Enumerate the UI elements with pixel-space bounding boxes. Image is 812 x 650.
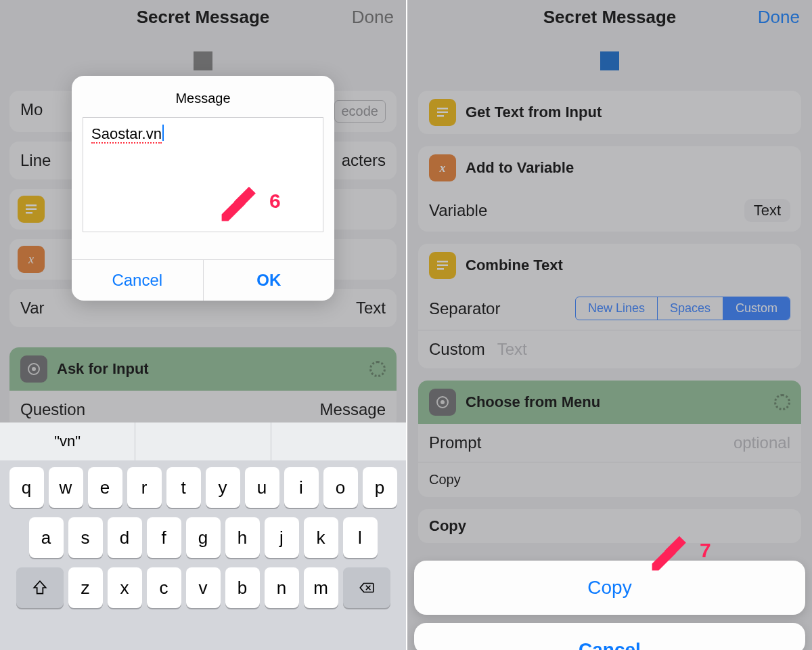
sheet-copy-button[interactable]: Copy — [414, 561, 805, 615]
variable-row[interactable]: Variable Text — [418, 190, 801, 232]
key-f[interactable]: f — [147, 517, 181, 558]
done-button[interactable]: Done — [758, 7, 800, 28]
key-j[interactable]: j — [265, 517, 299, 558]
text-caret — [162, 125, 164, 141]
right-screenshot: Secret Message Done Get Text from Input … — [406, 0, 812, 650]
suggestion-3[interactable] — [271, 422, 406, 460]
gear-icon — [429, 389, 456, 416]
seg-spaces[interactable]: Spaces — [658, 297, 723, 320]
left-screenshot: Secret Message Done Mo ecode Line acters… — [0, 0, 406, 650]
suggestion-bar[interactable]: "vn" — [0, 422, 406, 460]
get-text-card: Get Text from Input — [418, 91, 801, 134]
gear-icon — [20, 355, 47, 383]
svg-rect-12 — [437, 261, 448, 263]
add-variable-header[interactable]: x Add to Variable — [418, 146, 801, 190]
key-m[interactable]: m — [304, 567, 338, 608]
svg-rect-9 — [437, 112, 448, 114]
get-text-header[interactable]: Get Text from Input — [418, 91, 801, 134]
key-i[interactable]: i — [284, 467, 319, 508]
key-row-2: a s d f g h j k l — [4, 517, 402, 558]
svg-text:x: x — [28, 253, 34, 266]
copy-header[interactable]: Copy — [418, 509, 801, 543]
ok-button[interactable]: OK — [204, 260, 335, 301]
add-variable-card: x Add to Variable Variable Text — [418, 146, 801, 232]
key-b[interactable]: b — [225, 567, 260, 608]
key-s[interactable]: s — [68, 517, 103, 558]
page-title: Secret Message — [137, 7, 270, 28]
svg-rect-8 — [437, 108, 448, 110]
shift-key[interactable] — [16, 567, 64, 608]
key-n[interactable]: n — [265, 567, 299, 608]
svg-point-5 — [32, 367, 36, 371]
text-lines-icon — [429, 99, 456, 126]
key-q[interactable]: q — [9, 467, 44, 508]
key-h[interactable]: h — [225, 517, 260, 558]
key-u[interactable]: u — [245, 467, 279, 508]
key-k[interactable]: k — [304, 517, 338, 558]
navbar: Secret Message Done — [0, 0, 406, 34]
combine-text-card: Combine Text Separator New Lines Spaces … — [418, 244, 801, 368]
loading-icon — [774, 394, 790, 410]
keyboard[interactable]: "vn" q w e r t y u i o p a s d f g — [0, 422, 406, 650]
navbar: Secret Message Done — [407, 0, 812, 34]
seg-newlines[interactable]: New Lines — [576, 297, 658, 320]
message-modal: Message Saostar.vn Cancel OK — [72, 76, 334, 301]
variable-x-icon: x — [429, 154, 456, 181]
key-t[interactable]: t — [166, 467, 201, 508]
sheet-cancel-button[interactable]: Cancel — [414, 623, 805, 650]
suggestion-1[interactable]: "vn" — [0, 422, 135, 460]
custom-placeholder: Text — [497, 340, 527, 359]
ask-input-card: Ask for Input Question Message — [9, 347, 397, 429]
loading-icon — [369, 361, 386, 377]
separator-row: Separator New Lines Spaces Custom — [418, 287, 801, 330]
key-p[interactable]: p — [363, 467, 397, 508]
annotation-7: 7 — [648, 527, 711, 574]
svg-rect-2 — [26, 212, 32, 214]
key-d[interactable]: d — [108, 517, 142, 558]
ask-input-header: Ask for Input — [9, 347, 397, 391]
cancel-button[interactable]: Cancel — [72, 260, 204, 301]
choose-menu-header[interactable]: Choose from Menu — [418, 381, 801, 424]
key-l[interactable]: l — [343, 517, 378, 558]
svg-rect-0 — [26, 204, 37, 207]
svg-point-16 — [441, 400, 445, 404]
seg-custom[interactable]: Custom — [723, 297, 790, 320]
variable-pill[interactable]: Text — [744, 199, 790, 222]
backspace-key[interactable] — [343, 567, 390, 608]
text-lines-icon — [18, 196, 45, 223]
app-indicator-icon — [600, 51, 619, 70]
combine-text-header[interactable]: Combine Text — [418, 244, 801, 287]
prompt-row[interactable]: Prompt optional — [418, 424, 801, 462]
key-c[interactable]: c — [147, 567, 181, 608]
svg-rect-14 — [437, 268, 444, 270]
svg-text:x: x — [439, 161, 446, 175]
suggestion-2[interactable] — [135, 422, 271, 460]
separator-segmented[interactable]: New Lines Spaces Custom — [575, 297, 790, 320]
key-row-1: q w e r t y u i o p — [4, 467, 402, 508]
choose-menu-card: Choose from Menu Prompt optional Copy — [418, 381, 801, 497]
key-o[interactable]: o — [323, 467, 358, 508]
key-y[interactable]: y — [206, 467, 240, 508]
page-title: Secret Message — [543, 7, 677, 28]
key-e[interactable]: e — [88, 467, 122, 508]
text-lines-icon — [429, 252, 456, 279]
key-v[interactable]: v — [186, 567, 221, 608]
key-r[interactable]: r — [127, 467, 162, 508]
app-indicator-icon — [194, 51, 212, 70]
key-x[interactable]: x — [108, 567, 142, 608]
variable-x-icon: x — [18, 246, 45, 273]
modal-title: Message — [72, 76, 334, 117]
done-button[interactable]: Done — [352, 7, 394, 28]
action-sheet: Copy Cancel — [414, 561, 805, 650]
key-row-3: z x c v b n m — [4, 567, 402, 608]
menu-item-copy[interactable]: Copy — [418, 462, 801, 497]
key-a[interactable]: a — [29, 517, 64, 558]
modal-textarea[interactable]: Saostar.vn — [83, 117, 323, 232]
svg-rect-1 — [26, 209, 37, 211]
key-z[interactable]: z — [68, 567, 103, 608]
annotation-6: 6 — [218, 177, 281, 225]
custom-row[interactable]: Custom Text — [418, 330, 801, 368]
key-w[interactable]: w — [49, 467, 83, 508]
svg-rect-10 — [437, 115, 444, 117]
key-g[interactable]: g — [186, 517, 221, 558]
